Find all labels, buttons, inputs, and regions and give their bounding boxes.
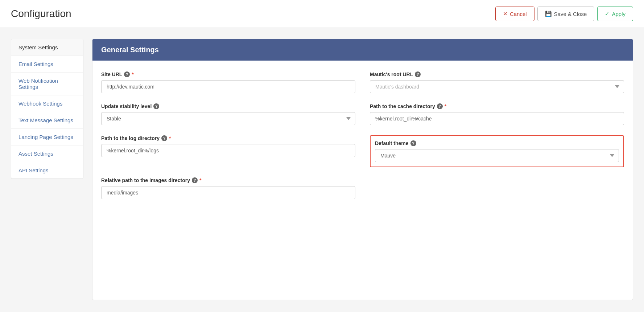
log-directory-label: Path to the log directory ? * <box>101 135 355 141</box>
default-theme-group: Default theme ? Mauve <box>370 135 624 167</box>
site-url-help-icon[interactable]: ? <box>124 71 130 77</box>
images-directory-help-icon[interactable]: ? <box>192 177 198 183</box>
apply-label: Apply <box>612 11 626 17</box>
page-title: Configuration <box>11 8 71 20</box>
save-close-label: Save & Close <box>554 11 587 17</box>
update-stability-help-icon[interactable]: ? <box>153 103 159 109</box>
header-actions: ✕ Cancel 💾 Save & Close ✓ Apply <box>495 7 633 21</box>
images-directory-input[interactable] <box>101 186 355 199</box>
mautic-root-url-help-icon[interactable]: ? <box>415 71 421 77</box>
cancel-button[interactable]: ✕ Cancel <box>495 7 534 21</box>
cache-directory-input[interactable] <box>370 112 624 125</box>
mautic-root-url-select[interactable]: Mautic's dashboard <box>370 80 624 93</box>
save-close-button[interactable]: 💾 Save & Close <box>537 7 595 21</box>
images-directory-required: * <box>199 177 201 183</box>
cache-directory-help-icon[interactable]: ? <box>437 103 443 109</box>
section-header: General Settings <box>92 39 633 61</box>
cancel-icon: ✕ <box>503 11 508 17</box>
images-directory-group: Relative path to the images directory ? … <box>101 177 355 199</box>
log-directory-group: Path to the log directory ? * <box>101 135 355 167</box>
section-title: General Settings <box>101 46 624 54</box>
apply-check-icon: ✓ <box>605 11 610 17</box>
mautic-root-url-label: Mautic's root URL ? <box>370 71 624 77</box>
log-directory-help-icon[interactable]: ? <box>161 135 167 141</box>
sidebar-item-asset-settings[interactable]: Asset Settings <box>11 145 83 162</box>
mautic-root-url-group: Mautic's root URL ? Mautic's dashboard <box>370 71 624 93</box>
page-header: Configuration ✕ Cancel 💾 Save & Close ✓ … <box>0 0 644 28</box>
site-url-group: Site URL ? * <box>101 71 355 93</box>
sidebar-item-web-notification-settings[interactable]: Web Notification Settings <box>11 73 83 95</box>
save-icon: 💾 <box>545 11 552 17</box>
update-stability-select[interactable]: Stable <box>101 112 355 125</box>
sidebar-item-webhook-settings[interactable]: Webhook Settings <box>11 95 83 112</box>
apply-button[interactable]: ✓ Apply <box>597 7 633 21</box>
sidebar-item-text-message-settings[interactable]: Text Message Settings <box>11 112 83 129</box>
images-directory-label: Relative path to the images directory ? … <box>101 177 355 183</box>
content-body: Site URL ? * Mautic's root URL ? Mautic'… <box>92 61 633 210</box>
sidebar-item-system-settings[interactable]: System Settings <box>11 39 83 56</box>
site-url-label: Site URL ? * <box>101 71 355 77</box>
sidebar-item-landing-page-settings[interactable]: Landing Page Settings <box>11 129 83 145</box>
sidebar-item-api-settings[interactable]: API Settings <box>11 162 83 178</box>
sidebar-item-email-settings[interactable]: Email Settings <box>11 56 83 73</box>
default-theme-help-icon[interactable]: ? <box>410 140 416 146</box>
log-directory-input[interactable] <box>101 144 355 157</box>
cache-directory-label: Path to the cache directory ? * <box>370 103 624 109</box>
sidebar: System Settings Email Settings Web Notif… <box>11 39 83 179</box>
update-stability-label: Update stability level ? <box>101 103 355 109</box>
site-url-required: * <box>132 71 133 77</box>
log-directory-required: * <box>169 135 171 141</box>
form-grid: Site URL ? * Mautic's root URL ? Mautic'… <box>101 71 624 199</box>
main-content: System Settings Email Settings Web Notif… <box>0 28 644 311</box>
default-theme-select[interactable]: Mauve <box>375 149 619 162</box>
content-area: General Settings Site URL ? * Mautic's r… <box>92 39 633 300</box>
site-url-input[interactable] <box>101 80 355 93</box>
default-theme-label: Default theme ? <box>375 140 619 146</box>
cache-directory-required: * <box>445 103 446 109</box>
update-stability-group: Update stability level ? Stable <box>101 103 355 125</box>
cancel-label: Cancel <box>510 11 527 17</box>
cache-directory-group: Path to the cache directory ? * <box>370 103 624 125</box>
